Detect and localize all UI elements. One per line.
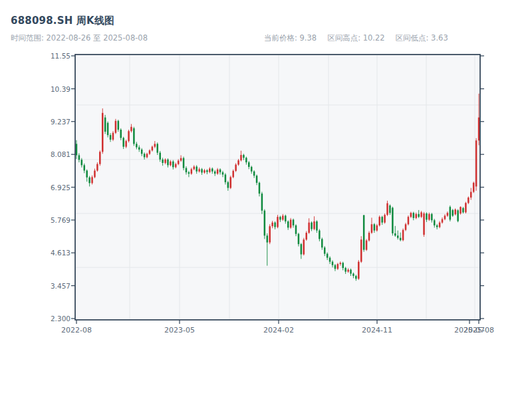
y-tick-label-1: 10.39 xyxy=(40,85,70,93)
y-tick-label-5: 5.769 xyxy=(40,216,70,224)
x-tick-label-2: 2024-02 xyxy=(263,326,294,334)
x-tick-label-5: 2025-08 xyxy=(464,326,494,334)
kline-chart xyxy=(0,0,532,399)
page-title: 688098.SH 周K线图 xyxy=(11,15,114,27)
y-tick-label-0: 11.55 xyxy=(40,52,70,60)
date-range-subtitle: 时间范围: 2022-08-26 至 2025-08-08 xyxy=(11,33,148,43)
y-tick-label-2: 9.237 xyxy=(40,118,70,126)
y-tick-label-8: 2.300 xyxy=(40,315,70,323)
y-tick-label-4: 6.925 xyxy=(40,184,70,192)
y-tick-label-7: 3.457 xyxy=(40,282,70,290)
x-tick-label-1: 2023-05 xyxy=(164,326,195,334)
figure: 688098.SH 周K线图 时间范围: 2022-08-26 至 2025-0… xyxy=(0,0,532,399)
stat-0: 当前价格: 9.38 xyxy=(264,33,317,43)
y-tick-label-3: 8.081 xyxy=(40,150,70,158)
stat-2: 区间低点: 3.63 xyxy=(396,33,448,43)
x-tick-label-0: 2022-08 xyxy=(61,326,92,334)
price-stats: 当前价格: 9.38区间高点: 10.22区间低点: 3.63 xyxy=(264,33,448,43)
y-tick-label-6: 4.613 xyxy=(40,249,70,257)
stat-1: 区间高点: 10.22 xyxy=(327,33,384,43)
x-tick-label-3: 2024-11 xyxy=(362,326,392,334)
